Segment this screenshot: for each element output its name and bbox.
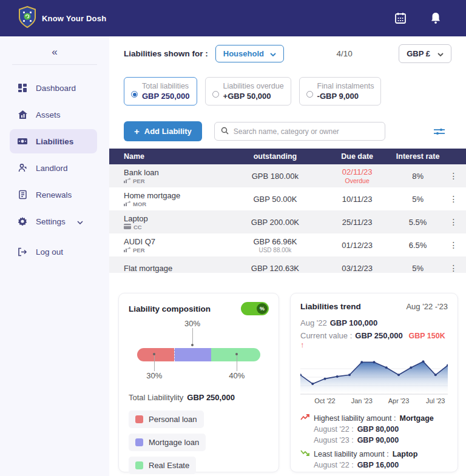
scope-dropdown[interactable]: Household	[215, 45, 284, 62]
stat-label: Liabilities overdue	[223, 82, 284, 90]
notifications-bell-icon[interactable]	[428, 11, 443, 25]
least-liability-name: Laptop	[393, 450, 418, 458]
row-category: PER	[133, 247, 145, 253]
add-liability-button[interactable]: + Add Liability	[124, 121, 202, 141]
stat-label: Total liabilities	[142, 82, 190, 90]
assets-home-icon	[17, 109, 28, 120]
col-name: Name	[109, 152, 231, 161]
least-liability-insight: Least liability amount : Laptop August '…	[300, 449, 448, 472]
stat-card-total-liabilities[interactable]: Total liabilities GBP 250,000	[124, 77, 197, 106]
plus-icon: +	[134, 126, 140, 136]
search-box[interactable]	[214, 122, 385, 141]
row-name: Home mortgage	[124, 191, 231, 200]
liabilities-table: Name outstanding Due date Interest rate …	[109, 149, 466, 273]
sidebar-item-label: Dashboard	[36, 84, 76, 93]
percent-toggle-knob: %	[257, 303, 268, 314]
brand-logo[interactable]: Know Your Dosh	[18, 6, 106, 30]
col-due-date: Due date	[320, 152, 394, 161]
row-interest-rate: 8%	[394, 172, 441, 181]
pager-count: 4/10	[284, 49, 399, 58]
radio-unselected-icon[interactable]	[212, 91, 219, 98]
brand-name: Know Your Dosh	[42, 14, 106, 23]
svg-text:Jan '23: Jan '23	[351, 397, 373, 404]
table-row[interactable]: AUDI Q7PERGBP 66.96KUSD 88.00k01/12/236.…	[109, 233, 466, 256]
currency-dropdown[interactable]: GBP £	[399, 44, 451, 63]
dashboard-grid-icon	[17, 82, 28, 93]
table-row[interactable]: LaptopCCGBP 200.00K25/11/235.5%⋮	[109, 210, 466, 233]
search-input[interactable]	[234, 127, 379, 136]
sidebar-item-landlord[interactable]: Landlord	[0, 156, 97, 180]
stat-card-final-instalments[interactable]: Final instalments -GBP 9,000	[299, 77, 382, 106]
highest-liability-name: Mortgage	[399, 414, 433, 423]
composition-stacked-bar: 30%30%40%	[129, 319, 269, 391]
sidebar-item-liabilities[interactable]: Liabilities	[10, 129, 97, 153]
radio-unselected-icon[interactable]	[306, 91, 313, 98]
radio-selected-icon[interactable]	[131, 91, 138, 98]
sidebar-item-dashboard[interactable]: Dashboard	[0, 76, 97, 100]
row-outstanding: GBP 66.96K	[253, 237, 297, 246]
row-outstanding: GBP 50.00K	[253, 195, 297, 204]
stat-card-liabilities-overdue[interactable]: Liabilities overdue +GBP 50,000	[205, 77, 291, 106]
row-name: Laptop	[124, 214, 231, 223]
loan-chart-icon	[124, 178, 130, 184]
table-row[interactable]: Bank loanPERGPB 180.00k02/11/23Overdue8%…	[109, 164, 466, 187]
legend-swatch	[135, 461, 143, 469]
row-interest-rate: 5%	[394, 195, 441, 204]
stat-value: -GBP 9,000	[317, 92, 374, 101]
chevron-down-icon	[270, 49, 276, 58]
filters-row: Liabilities shown for : Household 4/10 G…	[124, 44, 451, 63]
row-category: PER	[133, 178, 145, 184]
row-category: CC	[133, 224, 142, 230]
settings-gear-icon	[17, 216, 28, 227]
sidebar-item-label: Log out	[36, 247, 63, 256]
row-outstanding: GBP 120.63K	[251, 264, 299, 273]
row-menu-kebab-icon[interactable]: ⋮	[441, 217, 466, 227]
row-outstanding-secondary: USD 88.00k	[231, 247, 320, 253]
sidebar-item-logout[interactable]: Log out	[0, 240, 97, 264]
trend-date-range: Aug '22 -'23	[406, 302, 448, 311]
row-due-date: 02/11/23	[342, 167, 373, 176]
row-menu-kebab-icon[interactable]: ⋮	[441, 263, 466, 273]
search-icon	[221, 126, 229, 137]
segment-percent-label: 40%	[229, 353, 245, 380]
segment-percent-label: 30%	[146, 353, 162, 380]
row-outstanding: GBP 200.00K	[251, 218, 299, 227]
renewals-document-icon	[17, 189, 28, 200]
currency-dropdown-value: GBP £	[407, 49, 430, 58]
svg-text:Apr '23: Apr '23	[388, 397, 410, 404]
row-menu-kebab-icon[interactable]: ⋮	[441, 240, 466, 250]
row-menu-kebab-icon[interactable]: ⋮	[441, 171, 466, 181]
chevron-down-icon	[437, 49, 444, 58]
liabilities-trend-card: Liabilities trend Aug '22 -'23 Aug '22GB…	[290, 293, 458, 472]
main-content: Liabilities shown for : Household 4/10 G…	[109, 36, 466, 476]
calendar-icon[interactable]	[393, 11, 408, 25]
sidebar-item-label: Liabilities	[36, 137, 73, 146]
trend-down-icon	[300, 449, 310, 458]
sidebar-collapse-button[interactable]: «	[0, 44, 109, 64]
row-category: MOR	[133, 201, 146, 207]
composition-total: Total LiabilitylityGBP 250,000	[129, 393, 269, 402]
trend-area-chart: Oct '22Jan '23Apr '23Jul '23	[300, 354, 448, 409]
table-row[interactable]: Flat mortgageGBP 120.63K03/12/235%⋮	[109, 256, 466, 273]
sidebar-item-renewals[interactable]: Renewals	[0, 183, 97, 207]
shield-logo-icon	[18, 6, 36, 30]
sidebar-item-assets[interactable]: Assets	[0, 102, 97, 127]
insight-row: August '22 :GBP 16,000	[314, 461, 448, 469]
insight-row: August '23 :GBP 13,000	[314, 472, 448, 472]
row-name: Flat mortgage	[124, 264, 231, 273]
row-due-date: 25/11/23	[342, 218, 373, 227]
row-interest-rate: 6.5%	[394, 241, 441, 250]
stat-value: +GBP 50,000	[223, 92, 284, 101]
row-menu-kebab-icon[interactable]: ⋮	[441, 194, 466, 204]
percent-toggle[interactable]: %	[241, 302, 269, 315]
segment-percent-label: 30%	[184, 319, 200, 346]
trend-up-icon	[300, 414, 310, 423]
sidebar-item-settings[interactable]: Settings	[0, 209, 97, 233]
insight-row: August '22 :GBP 80,000	[314, 425, 448, 434]
table-row[interactable]: Home mortgageMORGBP 50.00K10/11/235%⋮	[109, 187, 466, 210]
filter-sliders-icon[interactable]	[432, 124, 447, 139]
row-due-date: 10/11/23	[342, 195, 373, 204]
sidebar-item-label: Renewals	[36, 190, 72, 199]
scope-dropdown-value: Household	[223, 49, 264, 58]
legend-item-mortgage-loan: Mortgage loan	[129, 434, 206, 451]
